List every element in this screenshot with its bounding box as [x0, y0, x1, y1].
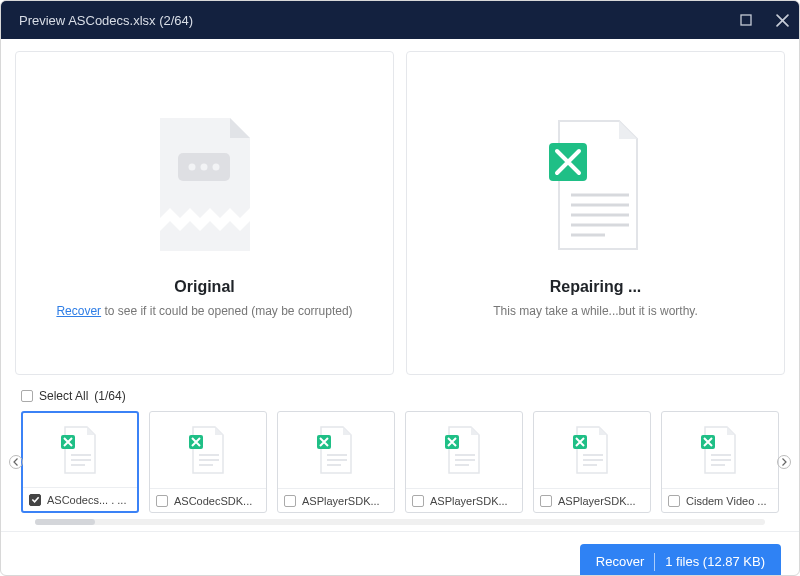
- maximize-button[interactable]: [739, 13, 753, 27]
- excel-file-icon: [406, 412, 522, 488]
- thumbnail-label: ASCodecs... . ...: [47, 494, 126, 506]
- thumbnail-label: ASPlayerSDK...: [302, 495, 380, 507]
- file-thumbnail[interactable]: ASPlayerSDK...: [277, 411, 395, 513]
- bottom-bar: Recover 1 files (12.87 KB): [1, 531, 799, 576]
- excel-file-icon: [531, 108, 661, 268]
- thumbnail-label: ASPlayerSDK...: [558, 495, 636, 507]
- svg-point-3: [200, 164, 207, 171]
- thumbnail-checkbox[interactable]: [29, 494, 41, 506]
- excel-file-icon: [662, 412, 778, 488]
- select-all-label: Select All: [39, 389, 88, 403]
- original-title: Original: [174, 278, 234, 296]
- thumbnail-label: Cisdem Video ...: [686, 495, 767, 507]
- svg-point-2: [188, 164, 195, 171]
- file-thumbnail[interactable]: ASCodecs... . ...: [21, 411, 139, 513]
- scroll-right-button[interactable]: [777, 455, 791, 469]
- select-all-count: (1/64): [94, 389, 125, 403]
- select-all-row[interactable]: Select All (1/64): [15, 385, 785, 407]
- excel-file-icon: [23, 413, 137, 487]
- svg-point-4: [212, 164, 219, 171]
- excel-file-icon: [278, 412, 394, 488]
- recover-button-label: Recover: [596, 554, 644, 569]
- svg-rect-0: [741, 15, 751, 25]
- thumbnail-checkbox[interactable]: [412, 495, 424, 507]
- broken-file-icon: [140, 108, 270, 268]
- title-prefix: Preview: [19, 13, 65, 28]
- original-subtitle: Recover to see if it could be opened (ma…: [56, 304, 352, 318]
- file-thumbnail[interactable]: ASPlayerSDK...: [533, 411, 651, 513]
- select-all-checkbox[interactable]: [21, 390, 33, 402]
- file-thumbnail[interactable]: ASCodecSDK...: [149, 411, 267, 513]
- thumbnail-label: ASPlayerSDK...: [430, 495, 508, 507]
- window-title: Preview ASCodecs.xlsx (2/64): [19, 13, 739, 28]
- horizontal-scrollbar[interactable]: [35, 519, 765, 525]
- file-strip-section: Select All (1/64) ASCodecs... . ... ASCo…: [1, 379, 799, 525]
- repairing-subtitle: This may take a while...but it is worthy…: [493, 304, 698, 318]
- repairing-title: Repairing ...: [550, 278, 642, 296]
- file-thumbnail[interactable]: ASPlayerSDK...: [405, 411, 523, 513]
- window-controls: [739, 13, 789, 27]
- thumbnail-footer: ASCodecs... . ...: [23, 487, 137, 511]
- excel-file-icon: [150, 412, 266, 488]
- button-divider: [654, 553, 655, 571]
- thumbnail-strip: ASCodecs... . ... ASCodecSDK... ASPlayer…: [15, 407, 785, 519]
- recover-link[interactable]: Recover: [56, 304, 101, 318]
- thumbnail-checkbox[interactable]: [284, 495, 296, 507]
- thumbnail-footer: ASPlayerSDK...: [278, 488, 394, 512]
- thumbnail-footer: ASPlayerSDK...: [406, 488, 522, 512]
- title-counter: (2/64): [159, 13, 193, 28]
- thumbnails: ASCodecs... . ... ASCodecSDK... ASPlayer…: [15, 411, 785, 513]
- recover-button-info: 1 files (12.87 KB): [665, 554, 765, 569]
- scrollbar-handle[interactable]: [35, 519, 95, 525]
- repairing-panel: Repairing ... This may take a while...bu…: [406, 51, 785, 375]
- close-button[interactable]: [775, 13, 789, 27]
- thumbnail-footer: Cisdem Video ...: [662, 488, 778, 512]
- thumbnail-checkbox[interactable]: [156, 495, 168, 507]
- thumbnail-footer: ASPlayerSDK...: [534, 488, 650, 512]
- thumbnail-checkbox[interactable]: [540, 495, 552, 507]
- thumbnail-checkbox[interactable]: [668, 495, 680, 507]
- recover-button[interactable]: Recover 1 files (12.87 KB): [580, 544, 781, 577]
- original-sub-rest: to see if it could be opened (may be cor…: [101, 304, 352, 318]
- original-panel: Original Recover to see if it could be o…: [15, 51, 394, 375]
- preview-area: Original Recover to see if it could be o…: [1, 39, 799, 379]
- thumbnail-footer: ASCodecSDK...: [150, 488, 266, 512]
- file-thumbnail[interactable]: Cisdem Video ...: [661, 411, 779, 513]
- titlebar: Preview ASCodecs.xlsx (2/64): [1, 1, 799, 39]
- scroll-left-button[interactable]: [9, 455, 23, 469]
- title-filename: ASCodecs.xlsx: [68, 13, 155, 28]
- thumbnail-label: ASCodecSDK...: [174, 495, 252, 507]
- excel-file-icon: [534, 412, 650, 488]
